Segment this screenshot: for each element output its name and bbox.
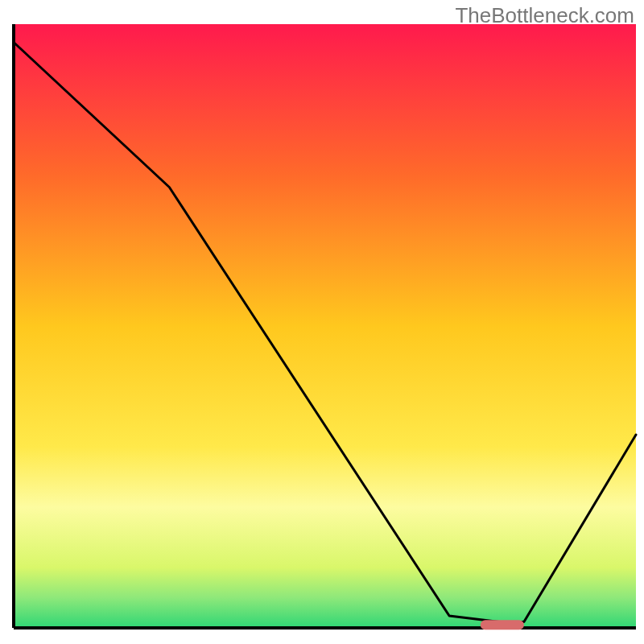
chart-stage: TheBottleneck.com	[0, 0, 644, 644]
sweet-spot-marker	[481, 620, 524, 630]
bottleneck-chart	[0, 0, 644, 644]
chart-background	[14, 24, 636, 628]
